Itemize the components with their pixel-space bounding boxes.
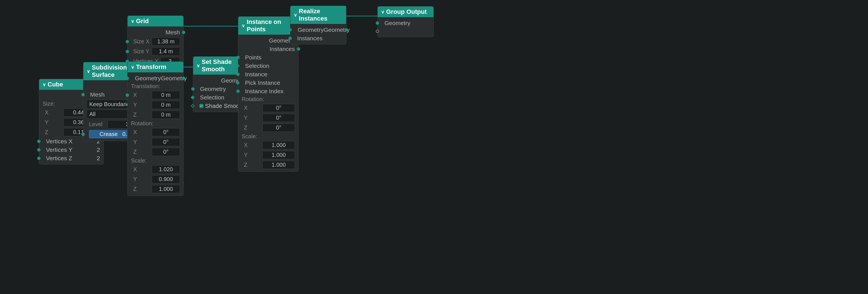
iop-instance-row: Instance (238, 70, 298, 78)
grid-sizex-row: Size X 1.38 m (128, 37, 183, 46)
iop-points-label: Points (245, 54, 261, 61)
grid-sizex-value[interactable]: 1.38 m (152, 37, 180, 45)
iop-rz-row: Z 0° (238, 123, 298, 133)
cube-vertices-z-value[interactable]: 2 (97, 155, 100, 162)
realize-geo-row: Geometry Geometry (290, 26, 346, 34)
transform-sz-row: Z 1.000 (128, 184, 183, 194)
grid-sizey-row: Size Y 1.4 m (128, 46, 183, 56)
grid-title: Grid (136, 18, 149, 25)
transform-scale-label: Scale: (128, 157, 183, 164)
set-shade-smooth-checkbox[interactable]: ✓ (199, 104, 203, 108)
realize-instances-title: Realize Instances (299, 8, 343, 22)
group-output-body: Geometry (378, 17, 433, 37)
transform-rx-value[interactable]: 0° (152, 128, 180, 136)
transform-ry-value[interactable]: 0° (152, 138, 180, 146)
instance-on-points-body: Geometry Instances Points Selection Inst… (238, 35, 298, 171)
iop-selection-label: Selection (245, 63, 269, 69)
grid-mesh-socket[interactable] (182, 31, 185, 34)
iop-instance-socket[interactable] (236, 73, 240, 76)
realize-instances-header[interactable]: ∨ Realize Instances (290, 6, 346, 24)
realize-geo-out-socket[interactable] (345, 28, 348, 32)
transform-geo-out-socket[interactable] (182, 76, 185, 80)
cube-chevron-icon: ∨ (42, 82, 46, 87)
iop-instances-out-row: Instances (238, 45, 298, 53)
iop-sx-value[interactable]: 1.000 (262, 141, 295, 149)
group-output-header[interactable]: ∨ Group Output (378, 6, 433, 17)
iop-rz-value[interactable]: 0° (262, 124, 295, 132)
transform-header[interactable]: ∨ Transform (128, 62, 183, 72)
transform-rotation-label: Rotation: (128, 120, 183, 127)
cube-vertices-z-row: Vertices Z 2 (39, 154, 103, 162)
realize-instances-node: ∨ Realize Instances Geometry Geometry In… (290, 6, 346, 44)
subdivision-mesh-in-socket[interactable] (82, 93, 85, 96)
cube-vertices-z-socket[interactable] (37, 157, 40, 160)
iop-selection-row: Selection (238, 62, 298, 70)
iop-ry-value[interactable]: 0° (262, 114, 295, 122)
iop-sz-label: Z (244, 162, 261, 168)
transform-tx-row: X 0 m (128, 90, 183, 100)
iop-sz-value[interactable]: 1.000 (262, 161, 295, 169)
iop-instance-index-socket[interactable] (236, 90, 240, 93)
set-shade-smooth-shade-socket[interactable] (191, 104, 195, 108)
transform-ty-value[interactable]: 0 m (152, 101, 180, 109)
transform-sy-value[interactable]: 0.900 (152, 175, 180, 183)
transform-tx-value[interactable]: 0 m (152, 91, 180, 99)
cube-vertices-y-value[interactable]: 2 (97, 146, 100, 153)
cube-vertices-x-socket[interactable] (37, 140, 40, 143)
transform-rz-value[interactable]: 0° (152, 148, 180, 156)
transform-rx-row: X 0° (128, 127, 183, 137)
cube-vertices-y-socket[interactable] (37, 148, 40, 152)
grid-sizey-value[interactable]: 1.4 m (152, 47, 180, 56)
subdivision-crease-socket[interactable] (82, 133, 85, 136)
group-output-node: ∨ Group Output Geometry (377, 6, 434, 37)
grid-header[interactable]: ∨ Grid (128, 16, 183, 27)
iop-points-socket[interactable] (236, 56, 240, 59)
iop-instance-label: Instance (245, 71, 267, 78)
subdivision-mesh-in-label: Mesh (90, 91, 104, 98)
iop-rx-label: X (244, 105, 261, 111)
transform-sz-value[interactable]: 1.000 (152, 185, 180, 193)
cube-vertices-y-label: Vertices Y (46, 146, 72, 153)
iop-rotation-section: Rotation: (238, 95, 298, 103)
grid-sizey-socket[interactable] (126, 50, 129, 53)
iop-instance-index-label: Instance Index (245, 88, 284, 95)
transform-tx-socket[interactable] (126, 94, 129, 97)
transform-tx-label: X (133, 92, 150, 98)
cube-vertices-x-label: Vertices X (46, 138, 73, 145)
instance-on-points-header[interactable]: ∨ Instance on Points (238, 17, 298, 35)
transform-ty-label: Y (133, 102, 150, 108)
transform-body: Geometry Geometry Translation: X 0 m Y 0… (128, 72, 183, 196)
transform-geo-in-socket[interactable] (126, 76, 129, 80)
transform-sx-value[interactable]: 1.020 (152, 165, 180, 173)
realize-geo-in-label: Geometry (294, 27, 323, 33)
transform-sx-row: X 1.020 (128, 164, 183, 174)
transform-tz-label: Z (133, 111, 150, 118)
grid-chevron-icon: ∨ (131, 19, 134, 24)
iop-rz-label: Z (244, 125, 261, 131)
iop-scale-section: Scale: (238, 133, 298, 140)
iop-sy-value[interactable]: 1.000 (262, 151, 295, 159)
set-shade-smooth-geo-in-socket[interactable] (191, 87, 195, 91)
subdivision-chevron-icon: ∨ (87, 69, 90, 74)
iop-rx-row: X 0° (238, 103, 298, 113)
subdivision-level-label: Level (89, 121, 106, 128)
transform-sy-row: Y 0.900 (128, 174, 183, 184)
subdivision-dropdown1-label: Keep Boundaries (89, 101, 132, 107)
group-output-chevron-icon: ∨ (381, 9, 384, 14)
realize-instances-socket[interactable] (288, 37, 292, 40)
group-output-geo-socket[interactable] (376, 22, 379, 25)
group-output-title: Group Output (386, 8, 427, 15)
iop-rx-value[interactable]: 0° (262, 104, 295, 112)
transform-geo-row: Geometry Geometry (128, 74, 183, 83)
grid-sizex-socket[interactable] (126, 40, 129, 43)
iop-instances-socket[interactable] (297, 47, 300, 51)
transform-sy-label: Y (133, 176, 150, 183)
cube-z-label: Z (45, 129, 62, 135)
set-shade-smooth-sel-socket[interactable] (191, 95, 195, 99)
instance-on-points-chevron-icon: ∨ (242, 23, 245, 28)
grid-sizey-label: Size Y (133, 48, 150, 55)
realize-geo-in-socket[interactable] (288, 28, 292, 32)
transform-rz-label: Z (133, 149, 150, 155)
transform-tz-value[interactable]: 0 m (152, 111, 180, 119)
group-output-extra-socket[interactable] (376, 30, 379, 33)
